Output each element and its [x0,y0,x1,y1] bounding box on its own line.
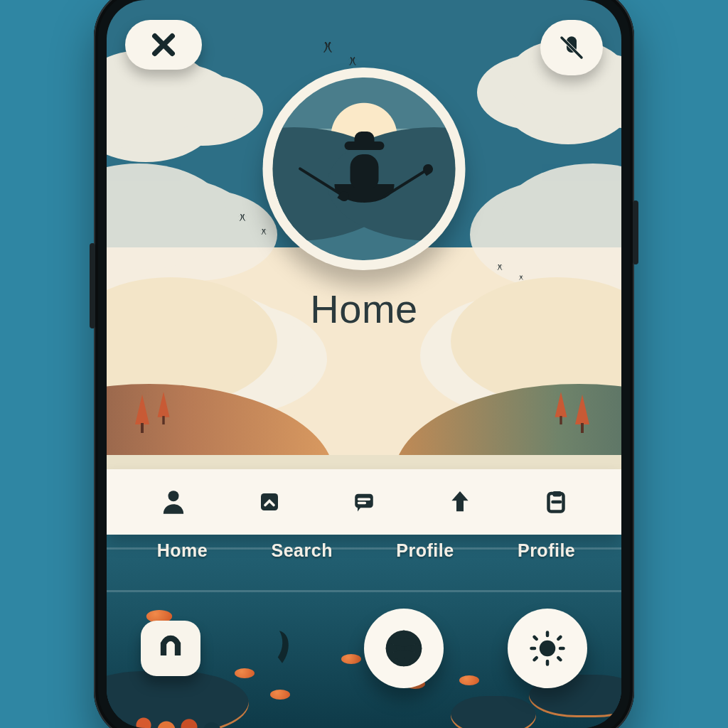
side-button-left [90,243,95,328]
nav-label: Search [272,540,333,561]
person-icon [159,488,188,516]
music-icon [156,634,185,663]
fin-icon [264,627,300,670]
svg-rect-12 [556,655,563,663]
svg-rect-14 [532,655,539,663]
card-icon [257,489,282,515]
globe-icon [385,629,423,668]
svg-rect-4 [552,491,561,497]
avatar-illustration [273,77,456,260]
svg-rect-13 [556,635,563,642]
svg-rect-9 [530,647,536,651]
svg-rect-10 [559,647,565,651]
leaf [270,690,290,700]
svg-rect-11 [532,635,539,642]
svg-point-0 [168,491,179,501]
nav-label: Home [157,540,208,561]
bird [237,215,247,219]
svg-rect-7 [546,631,550,637]
message-icon [351,489,377,515]
nav-item-profile[interactable] [543,489,569,515]
side-button-right [633,200,638,264]
tree [135,395,149,424]
svg-rect-8 [546,660,550,666]
upload-icon [446,488,474,516]
nav-label: Profile [518,540,575,561]
phone-frame: Home [94,0,634,728]
rock [451,696,536,728]
mute-button[interactable] [540,20,603,75]
nav-label: Profile [396,540,454,561]
settings-icon [528,629,567,668]
svg-point-6 [540,641,556,657]
action-row [107,609,621,688]
svg-rect-2 [355,494,373,508]
bird [496,265,504,269]
globe-button[interactable] [364,609,444,688]
nav-item-card[interactable] [257,489,282,515]
page-title: Home [107,286,621,332]
ripple [107,590,621,592]
bird [321,43,335,50]
bird [518,276,525,279]
mute-icon [557,33,587,63]
bird [260,230,268,233]
nav-item-upload[interactable] [446,488,474,516]
tree [158,392,170,417]
cloud [500,164,621,277]
close-button[interactable] [125,20,202,70]
clipboard-icon [543,489,569,515]
hero-avatar[interactable] [263,68,466,270]
nav-bar [107,469,621,535]
settings-button[interactable] [508,609,587,688]
music-button[interactable] [141,621,200,676]
nav-labels: Home Search Profile Profile [107,540,621,561]
nav-item-search[interactable] [351,489,377,515]
tree [555,392,567,417]
screen: Home [107,0,621,728]
cloud [107,164,228,270]
bird [347,58,358,63]
nav-item-home[interactable] [159,488,188,516]
tree [575,395,589,424]
close-icon [149,30,178,60]
